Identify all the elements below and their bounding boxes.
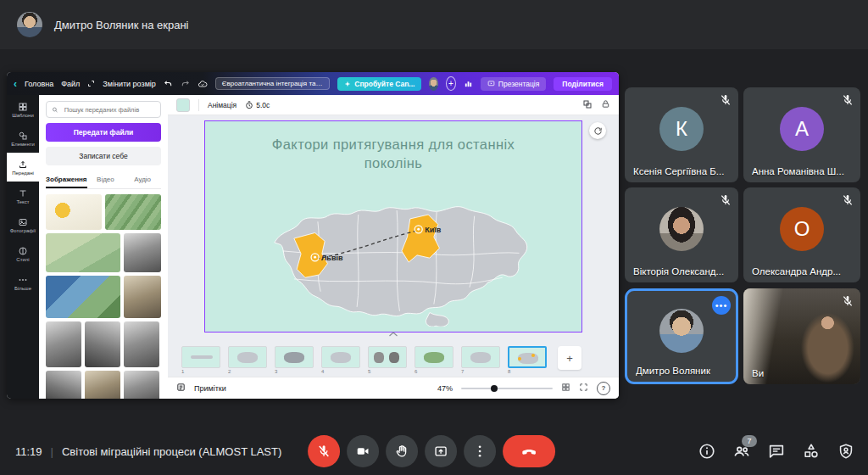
share-button[interactable]: Поділитися bbox=[554, 77, 612, 91]
raise-hand-button[interactable] bbox=[386, 435, 418, 467]
upload-thumbnail-portrait-6[interactable] bbox=[124, 371, 159, 399]
duration-button[interactable]: 5.0с bbox=[245, 101, 270, 109]
participant-tile-anna[interactable]: А Анна Романівна Ш... bbox=[743, 87, 860, 182]
document-title[interactable]: Євроатлантична інтеграція та її вплив на… bbox=[215, 77, 330, 90]
chat-button[interactable] bbox=[766, 441, 787, 461]
sidebar-item-templates[interactable]: Шаблони bbox=[7, 95, 39, 124]
sidebar-item-elements[interactable]: Елементи bbox=[7, 124, 39, 153]
participant-tile-oleksandra[interactable]: О Олександра Андр... bbox=[743, 187, 860, 282]
sidebar-item-styles[interactable]: Стилі bbox=[7, 239, 39, 268]
undo-icon[interactable] bbox=[164, 79, 173, 88]
upload-thumbnail-portrait-5[interactable] bbox=[85, 371, 120, 399]
sidebar-item-photos[interactable]: Фотографії bbox=[7, 210, 39, 239]
redo-icon[interactable] bbox=[181, 79, 190, 88]
upload-thumbnail-portrait-3[interactable] bbox=[124, 321, 159, 367]
slide-thumb-4[interactable]: 4 bbox=[321, 346, 360, 374]
back-chevron-icon[interactable]: ‹ bbox=[14, 79, 17, 89]
meeting-title: Світові міграційні процеси (ALMOST LAST) bbox=[62, 445, 281, 458]
camera-icon bbox=[355, 444, 370, 459]
tab-audio[interactable]: Аудіо bbox=[124, 172, 161, 188]
zoom-slider[interactable] bbox=[461, 388, 553, 389]
present-screen-button[interactable] bbox=[425, 435, 457, 467]
camera-button[interactable] bbox=[347, 435, 379, 467]
upload-thumbnail-group-photo[interactable] bbox=[124, 276, 161, 318]
position-icon[interactable] bbox=[582, 99, 593, 111]
text-icon bbox=[18, 188, 28, 198]
participant-tile-dmytro-active[interactable]: ••• Дмитро Воляник bbox=[625, 288, 738, 384]
upload-files-button[interactable]: Передати файли bbox=[46, 123, 161, 142]
upload-thumbnail-portrait-2[interactable] bbox=[85, 321, 120, 367]
upload-thumbnail-portrait-4[interactable] bbox=[46, 371, 81, 399]
try-pro-button[interactable]: Спробуйте Can... bbox=[337, 77, 421, 91]
people-button[interactable]: 7 bbox=[732, 441, 752, 461]
sync-button[interactable] bbox=[589, 122, 606, 139]
present-screen-icon bbox=[433, 444, 448, 459]
slide-thumb-6[interactable]: 6 bbox=[415, 346, 453, 374]
slide-canvas[interactable]: Фактори притягування для останніх поколі… bbox=[204, 120, 582, 332]
ukraine-map[interactable]: Львів Київ bbox=[253, 187, 533, 327]
background-color-swatch[interactable] bbox=[176, 98, 190, 112]
grid-view-icon[interactable] bbox=[561, 383, 570, 394]
tile-options-button[interactable]: ••• bbox=[712, 296, 731, 315]
slide-thumb-5[interactable]: 5 bbox=[368, 346, 407, 374]
notes-icon bbox=[176, 383, 186, 394]
menu-home[interactable]: Головна bbox=[25, 80, 53, 88]
slide-thumb-8-selected[interactable]: 8 bbox=[508, 346, 547, 374]
animate-button[interactable]: Анімація bbox=[208, 101, 236, 109]
insights-chart-icon[interactable] bbox=[464, 79, 473, 88]
avatar: К bbox=[659, 107, 704, 151]
menu-resize[interactable]: Змінити розмір bbox=[103, 80, 156, 88]
upload-thumbnail-portrait-1[interactable] bbox=[46, 321, 81, 367]
canvas-area: Фактори притягування для останніх поколі… bbox=[168, 115, 619, 343]
tab-images[interactable]: Зображення bbox=[46, 172, 87, 188]
host-controls-button[interactable] bbox=[836, 441, 856, 461]
upload-thumbnail-terrain-map[interactable] bbox=[46, 233, 120, 272]
mic-off-icon bbox=[841, 93, 854, 107]
sidebar-item-more[interactable]: Більше bbox=[7, 268, 39, 297]
host-controls-icon bbox=[837, 442, 855, 461]
lviv-label: Львів bbox=[321, 254, 343, 262]
add-page-button[interactable]: + bbox=[558, 346, 581, 370]
uploads-search-input[interactable] bbox=[63, 105, 155, 115]
upload-thumbnail-green-map[interactable] bbox=[105, 194, 161, 230]
upload-thumbnail-satellite-map[interactable] bbox=[46, 276, 120, 318]
scroll-up-chevron-icon[interactable] bbox=[388, 326, 398, 341]
editor-toolbar: Анімація 5.0с bbox=[168, 95, 619, 115]
slide-thumb-3[interactable]: 3 bbox=[275, 346, 314, 374]
record-yourself-button[interactable]: Записати себе bbox=[46, 147, 161, 165]
activities-button[interactable] bbox=[801, 441, 821, 461]
help-button[interactable]: ? bbox=[597, 382, 610, 395]
participant-name: Дмитро Воляник bbox=[636, 366, 710, 376]
slide-thumb-2[interactable]: 2 bbox=[228, 346, 267, 374]
participant-tile-viktoriia[interactable]: Вікторія Олександ... bbox=[625, 187, 738, 282]
uploads-search[interactable] bbox=[46, 101, 161, 118]
notes-button[interactable]: Примітки bbox=[194, 384, 226, 393]
mic-off-icon bbox=[841, 193, 854, 207]
canva-topbar: ‹ Головна Файл Змінити розмір Євроатлант… bbox=[7, 72, 619, 95]
participant-tile-self[interactable]: Ви bbox=[743, 288, 860, 384]
upload-thumbnail-ukraine-map[interactable] bbox=[46, 194, 102, 230]
add-member-button[interactable]: + bbox=[446, 76, 456, 91]
slide-thumb-7[interactable]: 7 bbox=[461, 346, 500, 374]
lock-icon[interactable] bbox=[601, 99, 610, 110]
canva-sidebar-rail: Шаблони Елементи Передані Текст Фотограф… bbox=[7, 95, 39, 399]
present-button[interactable]: Презентація bbox=[481, 77, 547, 91]
end-call-button[interactable] bbox=[503, 435, 555, 467]
sidebar-item-text[interactable]: Текст bbox=[7, 182, 39, 210]
upload-thumbnail-bw-photo[interactable] bbox=[124, 233, 161, 272]
canva-account-avatar[interactable] bbox=[429, 77, 438, 91]
presenter-avatar bbox=[17, 12, 42, 37]
tab-video[interactable]: Відео bbox=[87, 172, 125, 188]
info-button[interactable] bbox=[697, 441, 717, 461]
fullscreen-icon[interactable] bbox=[579, 383, 588, 394]
end-call-icon bbox=[520, 443, 537, 460]
sidebar-item-uploads[interactable]: Передані bbox=[7, 153, 39, 182]
menu-file[interactable]: Файл bbox=[61, 80, 80, 88]
participant-tile-kseniia[interactable]: К Ксенія Сергіївна Б... bbox=[625, 87, 738, 182]
templates-icon bbox=[18, 102, 28, 112]
slide-title[interactable]: Фактори притягування для останніх поколі… bbox=[205, 135, 581, 173]
more-options-button[interactable] bbox=[464, 435, 496, 467]
mic-mute-button[interactable] bbox=[308, 435, 340, 467]
search-icon bbox=[52, 106, 58, 114]
slide-thumb-1[interactable]: 1 bbox=[181, 346, 220, 374]
